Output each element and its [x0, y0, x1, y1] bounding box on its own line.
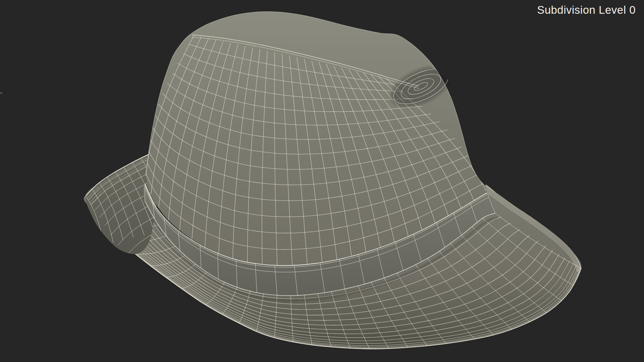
subdivision-level-label: Subdivision Level 0	[537, 4, 636, 16]
hat-wireframe-render	[0, 0, 644, 362]
left-edge-artifact	[0, 93, 2, 94]
viewport-background: Subdivision Level 0	[0, 0, 644, 362]
